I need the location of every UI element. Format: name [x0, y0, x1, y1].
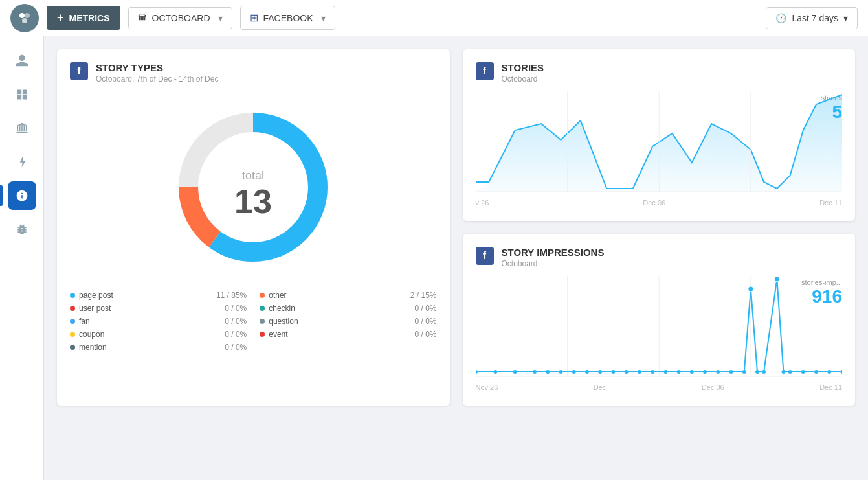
legend-dot-event: [260, 332, 265, 337]
impressions-value-num: 916: [801, 286, 842, 307]
svg-point-26: [611, 370, 615, 374]
sidebar-item-bank[interactable]: [8, 114, 36, 143]
legend-item-checkin: checkin 0 / 0%: [260, 304, 436, 313]
svg-point-21: [546, 370, 550, 374]
stories-chart: [476, 91, 843, 195]
svg-point-33: [703, 370, 707, 374]
svg-point-32: [689, 370, 693, 374]
svg-text:13: 13: [234, 183, 272, 220]
dashboard-grid: f STORY TYPES Octoboard, 7th of Dec - 14…: [57, 49, 855, 406]
impressions-x-label-1: Dec: [594, 383, 606, 391]
legend-dot-fan: [70, 319, 75, 324]
svg-point-25: [598, 370, 602, 374]
legend-dot-question: [260, 319, 265, 324]
story-types-subtitle: Octoboard, 7th of Dec - 14th of Dec: [96, 74, 218, 84]
legend-value-question: 0 / 0%: [414, 317, 436, 326]
legend-item-other: other 2 / 15%: [260, 291, 436, 300]
svg-point-17: [476, 370, 478, 374]
time-caret-icon: ▾: [843, 13, 848, 23]
legend-left: page post 11 / 85% user post 0 / 0% fan …: [70, 291, 247, 352]
svg-point-24: [584, 370, 588, 374]
facebook-dropdown[interactable]: ⊞ FACEBOOK ▾: [240, 6, 335, 30]
stories-x-label-1: Dec 06: [643, 199, 665, 207]
stories-value-num: 5: [821, 102, 842, 122]
main-layout: f STORY TYPES Octoboard, 7th of Dec - 14…: [0, 36, 868, 480]
time-label: Last 7 days: [792, 13, 838, 23]
sidebar-item-user[interactable]: [8, 47, 36, 75]
legend-label-user-post: user post: [79, 304, 124, 313]
svg-point-1: [25, 13, 30, 18]
legend-label-event: event: [269, 330, 314, 339]
impressions-value-badge: stories-imp... 916: [801, 279, 842, 307]
legend-item-mention: mention 0 / 0%: [70, 343, 247, 352]
svg-point-31: [676, 370, 680, 374]
svg-point-39: [762, 370, 766, 374]
story-types-card: f STORY TYPES Octoboard, 7th of Dec - 14…: [57, 49, 450, 406]
stories-chart-container: stories 5: [476, 91, 843, 208]
story-impressions-header: f STORY IMPRESSIONS Octoboard: [476, 247, 843, 268]
clock-icon: 🕐: [775, 13, 786, 23]
svg-point-36: [742, 370, 746, 374]
legend-value-checkin: 0 / 0%: [414, 304, 436, 313]
svg-point-20: [533, 370, 537, 374]
octoboard-dropdown[interactable]: 🏛 OCTOBOARD ▾: [128, 7, 232, 29]
legend-label-question: question: [269, 317, 314, 326]
svg-point-38: [755, 370, 759, 374]
stories-x-label-2: Dec 11: [819, 199, 842, 207]
legend-dot-checkin: [260, 306, 265, 311]
story-impressions-subtitle: Octoboard: [502, 259, 605, 268]
legend-item-fan: fan 0 / 0%: [70, 317, 247, 326]
legend-item-user-post: user post 0 / 0%: [70, 304, 247, 313]
metrics-label: METRICS: [69, 13, 110, 23]
legend-dot-other: [260, 293, 265, 298]
legend-value-coupon: 0 / 0%: [225, 330, 247, 339]
legend-label-page-post: page post: [79, 291, 124, 300]
time-range-dropdown[interactable]: 🕐 Last 7 days ▾: [766, 7, 858, 29]
story-types-header: f STORY TYPES Octoboard, 7th of Dec - 14…: [70, 62, 437, 84]
svg-point-45: [827, 370, 831, 374]
legend-value-other: 2 / 15%: [410, 291, 437, 300]
svg-point-19: [513, 370, 517, 374]
legend-dot-user-post: [70, 306, 75, 311]
svg-point-42: [788, 370, 792, 374]
topnav: + METRICS 🏛 OCTOBOARD ▾ ⊞ FACEBOOK ▾ 🕐 L…: [0, 0, 868, 36]
svg-text:total: total: [242, 169, 264, 182]
impressions-x-labels: Nov 26 Dec Dec 06 Dec 11: [476, 383, 843, 391]
sidebar: [0, 36, 44, 480]
svg-point-35: [729, 370, 733, 374]
facebook-caret-icon: ▾: [321, 13, 326, 23]
legend-item-question: question 0 / 0%: [260, 317, 436, 326]
donut-chart-container: total 13: [70, 97, 437, 278]
impressions-x-label-0: Nov 26: [476, 383, 498, 391]
stories-subtitle: Octoboard: [502, 74, 544, 84]
main-content: f STORY TYPES Octoboard, 7th of Dec - 14…: [44, 36, 868, 480]
svg-point-27: [624, 370, 628, 374]
impressions-value-label: stories-imp...: [801, 279, 842, 286]
story-types-title: STORY TYPES: [96, 62, 218, 73]
legend-value-fan: 0 / 0%: [225, 317, 247, 326]
sidebar-item-dashboard[interactable]: [8, 80, 36, 109]
plus-icon: +: [57, 11, 64, 25]
octoboard-label: OCTOBOARD: [152, 13, 210, 23]
legend-value-user-post: 0 / 0%: [225, 304, 247, 313]
app-logo: [10, 4, 39, 32]
svg-point-23: [572, 370, 575, 374]
story-impressions-fb-icon: f: [476, 247, 494, 265]
sidebar-item-bug[interactable]: [8, 215, 36, 244]
svg-point-34: [716, 370, 720, 374]
legend-item-event: event 0 / 0%: [260, 330, 436, 339]
story-types-fb-icon: f: [70, 62, 88, 80]
svg-point-29: [651, 370, 654, 374]
stories-value-badge: stories 5: [821, 94, 842, 122]
stories-fb-icon: f: [476, 62, 494, 80]
legend-value-event: 0 / 0%: [414, 330, 436, 339]
svg-point-44: [814, 370, 818, 374]
sidebar-item-lightning[interactable]: [8, 148, 36, 176]
svg-point-43: [801, 370, 805, 374]
sidebar-item-info[interactable]: [8, 181, 36, 210]
metrics-button[interactable]: + METRICS: [47, 6, 120, 30]
svg-point-0: [19, 13, 25, 18]
svg-point-30: [663, 370, 667, 374]
facebook-grid-icon: ⊞: [250, 12, 258, 24]
svg-point-28: [637, 370, 641, 374]
